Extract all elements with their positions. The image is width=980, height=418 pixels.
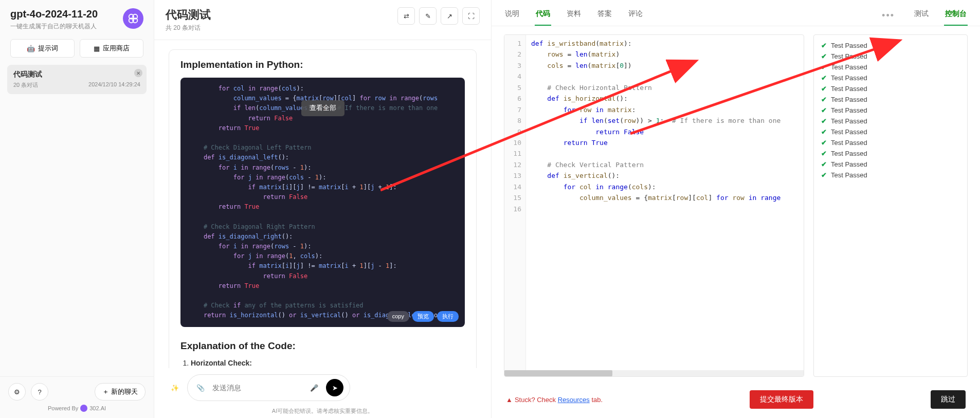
magic-button[interactable]: ✨ [166, 378, 184, 397]
robot-icon: 🤖 [27, 45, 35, 52]
tab-资料[interactable]: 资料 [566, 5, 582, 26]
stuck-hint: ▲ Stuck? Check Resources tab. [506, 396, 603, 404]
chat-subtitle: 共 20 条对话 [166, 24, 211, 32]
conversation-title: 代码测试 [13, 70, 140, 79]
test-result-line: ✔Test Passed [821, 116, 960, 126]
test-result-line: ✔Test Passed [821, 137, 960, 148]
explanation-heading: Explanation of the Code: [180, 340, 465, 352]
swap-button[interactable]: ⇄ [397, 7, 415, 25]
tab-代码[interactable]: 代码 [535, 5, 551, 26]
warning-icon: ▲ [506, 396, 513, 404]
copy-button[interactable]: copy [387, 311, 409, 322]
pencil-icon: ✎ [425, 12, 431, 20]
send-icon: ➤ [332, 384, 338, 392]
test-result-line: ✔Test Passed [821, 83, 960, 94]
check-icon: ✔ [821, 128, 827, 136]
tab-评论[interactable]: 评论 [627, 5, 644, 26]
conversation-item[interactable]: ✕ 代码测试 20 条对话 2024/12/10 14:29:24 [7, 65, 147, 94]
horizontal-scrollbar[interactable] [504, 370, 804, 376]
tab-说明[interactable]: 说明 [504, 5, 520, 26]
gear-icon: ⚙ [14, 388, 20, 396]
share-icon: ↗ [447, 12, 452, 20]
check-icon: ✔ [821, 139, 827, 147]
check-icon: ✔ [821, 85, 827, 93]
message-input[interactable] [212, 384, 302, 392]
prompt-button[interactable]: 🤖提示词 [10, 39, 75, 58]
test-result-line: ✔Test Passed [821, 105, 960, 116]
check-icon: ✔ [821, 63, 827, 71]
mic-icon: 🎤 [310, 384, 318, 392]
settings-button[interactable]: ⚙ [8, 383, 26, 401]
new-chat-button[interactable]: ＋新的聊天 [95, 383, 146, 401]
plus-icon: ＋ [102, 387, 109, 396]
check-icon: ✔ [821, 42, 827, 49]
scroll-thumb[interactable] [504, 370, 612, 376]
disclaimer: AI可能会犯错误。请考虑核实重要信息。 [154, 404, 491, 418]
test-result-line: ✔Test Passed [821, 94, 960, 105]
swap-icon: ⇄ [404, 12, 409, 20]
check-icon: ✔ [821, 117, 827, 125]
grid-icon: ▦ [94, 45, 100, 52]
tab-答案[interactable]: 答案 [596, 5, 613, 26]
tab-测试[interactable]: 测试 [913, 5, 930, 26]
close-icon[interactable]: ✕ [134, 69, 142, 77]
view-all-button[interactable]: 查看全部 [301, 100, 344, 116]
test-results: ✔Test Passed✔Test Passed✔Test Passed✔Tes… [813, 34, 968, 377]
share-button[interactable]: ↗ [441, 7, 458, 25]
python-code: for col in range(cols): column_values = … [189, 84, 457, 321]
model-name: gpt-4o-2024-11-20 [10, 8, 123, 20]
resources-link[interactable]: Resources [558, 396, 590, 404]
test-result-line: ✔Test Passed [821, 40, 960, 51]
conversation-count: 20 条对话 [13, 81, 38, 89]
paperclip-icon: 📎 [196, 384, 205, 392]
test-result-line: ✔Test Passed [821, 72, 960, 83]
powered-by: Powered By 302.AI [8, 405, 146, 412]
brand-badge-icon [80, 405, 87, 412]
test-result-line: ✔Test Passed [821, 159, 960, 170]
tab-控制台[interactable]: 控制台 [944, 5, 968, 26]
expand-button[interactable]: ⛶ [462, 7, 480, 25]
check-icon: ✔ [821, 96, 827, 103]
test-result-line: ✔Test Passed [821, 51, 960, 62]
chat-input-bar: 📎 🎤 ➤ [187, 374, 350, 401]
chat-panel: 代码测试 共 20 条对话 ⇄ ✎ ↗ ⛶ Implementation in … [154, 0, 492, 418]
more-button[interactable]: ••• [878, 10, 899, 21]
submit-button[interactable]: 提交最终版本 [750, 390, 813, 409]
sparkle-icon: ✨ [171, 384, 179, 392]
explanation-list: Horizontal Check: [180, 359, 465, 367]
explanation-item: Horizontal Check: [191, 359, 252, 367]
app-logo [123, 8, 143, 29]
code-editor[interactable]: 1 2 3 4 5 6 7 8 9 10 11 12 13 14 15 16 d… [504, 34, 804, 377]
check-icon: ✔ [821, 160, 827, 168]
test-result-line: ✔Test Passed [821, 126, 960, 137]
test-result-line: ✔Test Passed [821, 148, 960, 159]
chat-title: 代码测试 [166, 7, 211, 23]
check-icon: ✔ [821, 150, 827, 157]
mic-button[interactable]: 🎤 [307, 381, 321, 394]
editor-code[interactable]: def is_wristband(matrix): rows = len(mat… [526, 35, 804, 370]
skip-button[interactable]: 跳过 [931, 390, 966, 409]
edit-button[interactable]: ✎ [419, 7, 437, 25]
code-block: 查看全部 for col in range(cols): column_valu… [180, 78, 465, 327]
app-store-button[interactable]: ▦应用商店 [80, 39, 144, 58]
test-result-line: ✔Test Passed [821, 62, 960, 72]
model-subtitle: 一键生成属于自己的聊天机器人 [10, 22, 123, 31]
help-button[interactable]: ? [31, 383, 48, 401]
expand-icon: ⛶ [468, 12, 475, 20]
line-gutter: 1 2 3 4 5 6 7 8 9 10 11 12 13 14 15 16 [504, 35, 526, 370]
preview-button[interactable]: 预览 [412, 311, 434, 322]
editor-panel: 说明代码资料答案评论 ••• 测试控制台 1 2 3 4 5 6 7 8 9 1… [492, 0, 980, 418]
check-icon: ✔ [821, 52, 827, 60]
attachment-button[interactable]: 📎 [194, 381, 207, 394]
send-button[interactable]: ➤ [326, 379, 343, 396]
conversation-time: 2024/12/10 14:29:24 [88, 81, 140, 89]
help-icon: ? [38, 388, 41, 396]
check-icon: ✔ [821, 106, 827, 114]
implementation-heading: Implementation in Python: [180, 59, 465, 70]
run-button[interactable]: 执行 [437, 311, 459, 322]
sidebar: gpt-4o-2024-11-20 一键生成属于自己的聊天机器人 🤖提示词 ▦应… [0, 0, 154, 418]
check-icon: ✔ [821, 74, 827, 82]
check-icon: ✔ [821, 171, 827, 179]
message-card: Implementation in Python: 查看全部 for col i… [169, 49, 477, 368]
test-result-line: ✔Test Passed [821, 170, 960, 180]
